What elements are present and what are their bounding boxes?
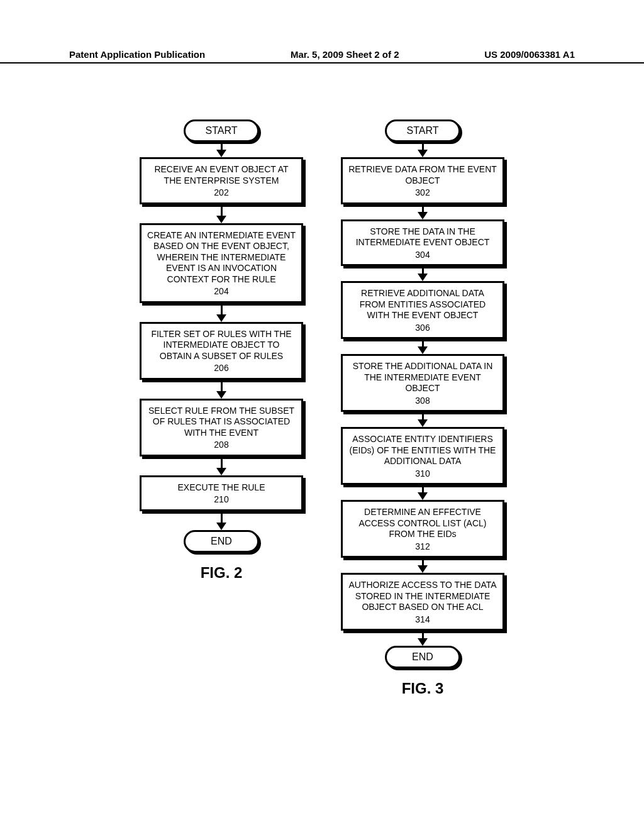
fig3-step-306: RETRIEVE ADDITIONAL DATA FROM ENTITIES A… xyxy=(341,281,504,339)
fig2-step-202: RECEIVE AN EVENT OBJECT AT THE ENTERPRIS… xyxy=(140,157,303,204)
step-number: 312 xyxy=(348,541,497,553)
figure-3-label: FIG. 3 xyxy=(402,680,444,697)
step-number: 206 xyxy=(147,363,296,374)
figure-2-label: FIG. 2 xyxy=(201,564,243,582)
figure-2: START RECEIVE AN EVENT OBJECT AT THE ENT… xyxy=(140,119,303,697)
step-text: DETERMINE AN EFFECTIVE ACCESS CONTROL LI… xyxy=(358,507,486,539)
step-number: 308 xyxy=(348,396,497,407)
fig3-start-terminator: START xyxy=(385,119,460,142)
fig2-step-210: EXECUTE THE RULE 210 xyxy=(140,475,303,511)
header-right: US 2009/0063381 A1 xyxy=(484,49,575,60)
step-text: EXECUTE THE RULE xyxy=(178,482,265,492)
step-text: ASSOCIATE ENTITY IDENTIFIERS (EIDs) OF T… xyxy=(350,434,496,466)
step-number: 306 xyxy=(348,323,497,334)
fig2-end-terminator: END xyxy=(184,530,259,553)
arrow-down-icon xyxy=(418,143,428,157)
step-text: CREATE AN INTERMEDIATE EVENT BASED ON TH… xyxy=(147,230,296,284)
fig3-step-308: STORE THE ADDITIONAL DATA IN THE INTERME… xyxy=(341,354,504,412)
figures-area: START RECEIVE AN EVENT OBJECT AT THE ENT… xyxy=(0,119,644,697)
step-text: SELECT RULE FROM THE SUBSET OF RULES THA… xyxy=(148,406,294,438)
page-header: Patent Application Publication Mar. 5, 2… xyxy=(0,49,644,64)
step-number: 314 xyxy=(348,614,497,626)
arrow-down-icon xyxy=(418,486,428,500)
step-text: STORE THE ADDITIONAL DATA IN THE INTERME… xyxy=(353,361,493,393)
arrow-down-icon xyxy=(216,381,226,399)
arrow-down-icon xyxy=(418,340,428,354)
header-center: Mar. 5, 2009 Sheet 2 of 2 xyxy=(291,49,399,60)
step-number: 202 xyxy=(147,187,296,199)
step-text: AUTHORIZE ACCESS TO THE DATA STORED IN T… xyxy=(348,580,496,612)
arrow-down-icon xyxy=(418,267,428,281)
fig2-step-208: SELECT RULE FROM THE SUBSET OF RULES THA… xyxy=(140,399,303,456)
arrow-down-icon xyxy=(418,632,428,646)
step-number: 302 xyxy=(348,187,497,199)
figure-3: START RETRIEVE DATA FROM THE EVENT OBJEC… xyxy=(341,119,504,697)
fig3-step-304: STORE THE DATA IN THE INTERMEDIATE EVENT… xyxy=(341,219,504,267)
step-text: FILTER SET OF RULES WITH THE INTERMEDIAT… xyxy=(151,329,291,361)
header-left: Patent Application Publication xyxy=(69,49,205,60)
arrow-down-icon xyxy=(418,413,428,427)
fig3-step-314: AUTHORIZE ACCESS TO THE DATA STORED IN T… xyxy=(341,573,504,631)
arrow-down-icon xyxy=(216,304,226,322)
fig3-step-310: ASSOCIATE ENTITY IDENTIFIERS (EIDs) OF T… xyxy=(341,427,504,485)
step-text: RETRIEVE ADDITIONAL DATA FROM ENTITIES A… xyxy=(360,288,486,320)
page: Patent Application Publication Mar. 5, 2… xyxy=(0,0,644,830)
arrow-down-icon xyxy=(418,559,428,573)
step-text: RECEIVE AN EVENT OBJECT AT THE ENTERPRIS… xyxy=(154,164,288,185)
arrow-down-icon xyxy=(216,143,226,157)
fig2-step-204: CREATE AN INTERMEDIATE EVENT BASED ON TH… xyxy=(140,223,303,303)
fig3-step-302: RETRIEVE DATA FROM THE EVENT OBJECT 302 xyxy=(341,157,504,204)
fig3-end-terminator: END xyxy=(385,646,460,668)
arrow-down-icon xyxy=(418,206,428,219)
arrow-down-icon xyxy=(216,206,226,223)
fig2-step-206: FILTER SET OF RULES WITH THE INTERMEDIAT… xyxy=(140,322,303,380)
step-text: RETRIEVE DATA FROM THE EVENT OBJECT xyxy=(348,164,497,185)
step-number: 304 xyxy=(348,250,497,261)
arrow-down-icon xyxy=(216,458,226,475)
fig2-start-terminator: START xyxy=(184,119,259,142)
fig3-step-312: DETERMINE AN EFFECTIVE ACCESS CONTROL LI… xyxy=(341,500,504,558)
step-number: 310 xyxy=(348,468,497,480)
arrow-down-icon xyxy=(216,512,226,530)
step-number: 204 xyxy=(147,286,296,297)
step-text: STORE THE DATA IN THE INTERMEDIATE EVENT… xyxy=(356,226,490,248)
step-number: 208 xyxy=(147,440,296,451)
step-number: 210 xyxy=(147,494,296,506)
